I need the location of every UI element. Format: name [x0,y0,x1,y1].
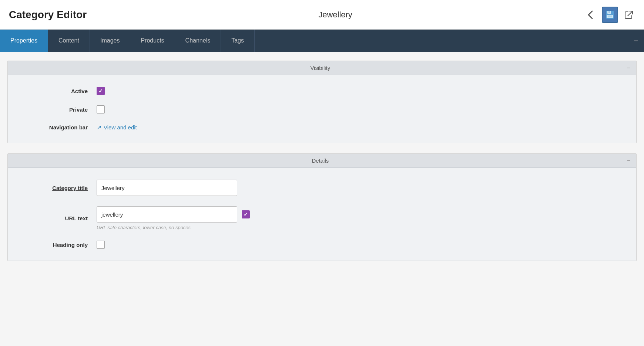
svg-rect-4 [608,16,612,17]
category-title-row: Category title [23,180,621,196]
details-minimize-icon[interactable]: − [627,158,630,164]
nav-link-external-icon: ↗ [97,124,101,131]
tab-properties[interactable]: Properties [0,30,48,52]
private-control [97,105,105,113]
navigation-bar-link[interactable]: ↗ View and edit [97,124,137,131]
tabs-minimize-icon[interactable]: − [628,37,644,45]
url-field-group: URL safe characters, lower case, no spac… [97,206,250,230]
header-actions [584,7,635,23]
category-title-input[interactable] [97,180,237,196]
heading-only-row: Heading only [23,241,621,249]
url-text-control: URL safe characters, lower case, no spac… [97,206,250,230]
back-arrow-icon [586,10,596,20]
tab-content[interactable]: Content [48,30,90,52]
details-panel: Details − Category title URL text [7,153,637,261]
active-checkbox[interactable] [97,87,105,95]
heading-only-label: Heading only [23,242,97,248]
save-button[interactable] [602,7,618,23]
main-content: Visibility − Active Private Navigation b… [0,52,644,346]
visibility-panel-header: Visibility − [8,61,636,75]
url-text-label: URL text [23,215,97,221]
navigation-bar-row: Navigation bar ↗ View and edit [23,124,621,131]
heading-only-checkbox[interactable] [97,241,105,249]
navigation-bar-label: Navigation bar [23,124,97,130]
details-panel-body: Category title URL text URL safe charact… [8,168,636,261]
back-button[interactable] [584,8,597,21]
details-panel-title: Details [14,157,627,164]
private-row: Private [23,105,621,113]
tabs-bar: Properties Content Images Products Chann… [0,30,644,52]
header: Category Editor Jewellery [0,0,644,30]
svg-rect-2 [608,11,610,13]
tab-tags[interactable]: Tags [221,30,255,52]
private-label: Private [23,106,97,113]
visibility-panel: Visibility − Active Private Navigation b… [7,61,637,143]
tab-images[interactable]: Images [90,30,130,52]
private-checkbox[interactable] [97,105,105,113]
visibility-minimize-icon[interactable]: − [627,65,630,71]
details-panel-header: Details − [8,154,636,168]
visibility-panel-title: Visibility [14,65,627,71]
url-text-checkbox[interactable] [242,210,250,218]
active-row: Active [23,87,621,95]
tab-channels[interactable]: Channels [175,30,221,52]
external-link-icon [624,10,634,20]
navigation-bar-link-text: View and edit [104,124,137,130]
navigation-bar-control: ↗ View and edit [97,124,137,131]
url-field-row [97,206,250,223]
category-name: Jewellery [318,10,352,20]
category-title-control [97,180,237,196]
tab-products[interactable]: Products [130,30,175,52]
category-title-label: Category title [23,185,97,191]
external-link-button[interactable] [623,9,635,21]
save-icon [605,10,615,20]
url-hint: URL safe characters, lower case, no spac… [97,225,250,230]
url-text-input[interactable] [97,206,237,223]
heading-only-control [97,241,105,249]
active-label: Active [23,88,97,94]
visibility-panel-body: Active Private Navigation bar ↗ View a [8,75,636,143]
active-control [97,87,105,95]
url-text-row: URL text URL safe characters, lower case… [23,206,621,230]
page-title: Category Editor [9,9,87,21]
